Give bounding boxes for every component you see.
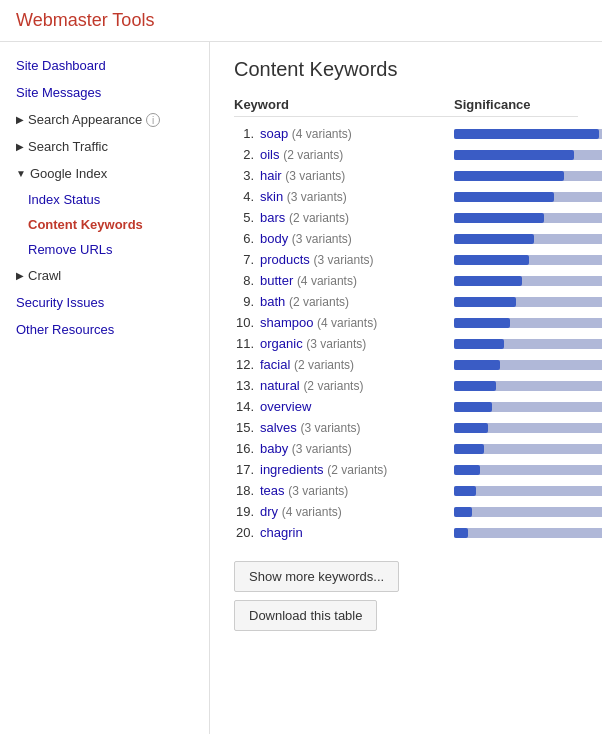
variants-count: (3 variants) xyxy=(314,253,374,267)
bar-wrapper xyxy=(454,171,602,181)
sidebar-item-other-resources[interactable]: Other Resources xyxy=(0,316,209,343)
keyword-link[interactable]: oils xyxy=(260,147,280,162)
bar-wrapper xyxy=(454,297,602,307)
sidebar-section-search-appearance[interactable]: ▶ Search Appearance i xyxy=(0,106,209,133)
significance-bar xyxy=(454,465,602,475)
keyword-link[interactable]: butter xyxy=(260,273,293,288)
keyword-cell[interactable]: ingredients (2 variants) xyxy=(260,462,454,477)
row-number: 13. xyxy=(234,378,260,393)
keyword-link[interactable]: organic xyxy=(260,336,303,351)
keyword-link[interactable]: skin xyxy=(260,189,283,204)
page-title: Content Keywords xyxy=(234,58,578,81)
bar-foreground xyxy=(454,213,544,223)
table-row: 20. chagrin xyxy=(234,522,578,543)
sidebar-sub-remove-urls[interactable]: Remove URLs xyxy=(0,237,209,262)
keyword-link[interactable]: salves xyxy=(260,420,297,435)
row-number: 17. xyxy=(234,462,260,477)
sidebar-section-search-traffic[interactable]: ▶ Search Traffic xyxy=(0,133,209,160)
bar-wrapper xyxy=(454,255,602,265)
keyword-cell[interactable]: overview xyxy=(260,399,454,414)
table-row: 2. oils (2 variants) xyxy=(234,144,578,165)
bar-wrapper xyxy=(454,444,602,454)
col-keyword-header: Keyword xyxy=(234,97,454,112)
keyword-cell[interactable]: hair (3 variants) xyxy=(260,168,454,183)
row-number: 1. xyxy=(234,126,260,141)
keyword-cell[interactable]: facial (2 variants) xyxy=(260,357,454,372)
bar-wrapper xyxy=(454,381,602,391)
keyword-link[interactable]: ingredients xyxy=(260,462,324,477)
keyword-cell[interactable]: natural (2 variants) xyxy=(260,378,454,393)
download-table-button[interactable]: Download this table xyxy=(234,600,377,631)
keyword-cell[interactable]: oils (2 variants) xyxy=(260,147,454,162)
sidebar-section-crawl[interactable]: ▶ Crawl xyxy=(0,262,209,289)
row-number: 15. xyxy=(234,420,260,435)
variants-count: (2 variants) xyxy=(289,295,349,309)
keyword-cell[interactable]: baby (3 variants) xyxy=(260,441,454,456)
variants-count: (3 variants) xyxy=(288,484,348,498)
bar-foreground xyxy=(454,423,488,433)
sidebar-item-security-issues[interactable]: Security Issues xyxy=(0,289,209,316)
bar-wrapper xyxy=(454,318,602,328)
keyword-cell[interactable]: skin (3 variants) xyxy=(260,189,454,204)
table-row: 5. bars (2 variants) xyxy=(234,207,578,228)
keyword-cell[interactable]: chagrin xyxy=(260,525,454,540)
bar-foreground xyxy=(454,444,484,454)
info-icon[interactable]: i xyxy=(146,113,160,127)
keyword-cell[interactable]: shampoo (4 variants) xyxy=(260,315,454,330)
table-row: 15. salves (3 variants) xyxy=(234,417,578,438)
variants-count: (2 variants) xyxy=(327,463,387,477)
keyword-cell[interactable]: butter (4 variants) xyxy=(260,273,454,288)
row-number: 4. xyxy=(234,189,260,204)
bar-wrapper xyxy=(454,339,602,349)
keyword-cell[interactable]: bath (2 variants) xyxy=(260,294,454,309)
keyword-link[interactable]: overview xyxy=(260,399,311,414)
bar-foreground xyxy=(454,255,529,265)
sidebar-item-site-messages[interactable]: Site Messages xyxy=(0,79,209,106)
keyword-link[interactable]: hair xyxy=(260,168,282,183)
sidebar: Site Dashboard Site Messages ▶ Search Ap… xyxy=(0,42,210,734)
keyword-link[interactable]: bars xyxy=(260,210,285,225)
keyword-link[interactable]: soap xyxy=(260,126,288,141)
table-row: 1. soap (4 variants) xyxy=(234,123,578,144)
bar-foreground xyxy=(454,318,510,328)
keyword-cell[interactable]: dry (4 variants) xyxy=(260,504,454,519)
significance-bar xyxy=(454,528,602,538)
keyword-link[interactable]: facial xyxy=(260,357,290,372)
keyword-cell[interactable]: bars (2 variants) xyxy=(260,210,454,225)
keyword-link[interactable]: chagrin xyxy=(260,525,303,540)
keyword-link[interactable]: teas xyxy=(260,483,285,498)
keyword-link[interactable]: dry xyxy=(260,504,278,519)
table-row: 4. skin (3 variants) xyxy=(234,186,578,207)
keyword-cell[interactable]: body (3 variants) xyxy=(260,231,454,246)
sidebar-sub-index-status[interactable]: Index Status xyxy=(0,187,209,212)
keyword-link[interactable]: shampoo xyxy=(260,315,313,330)
table-row: 10. shampoo (4 variants) xyxy=(234,312,578,333)
keyword-cell[interactable]: salves (3 variants) xyxy=(260,420,454,435)
keyword-cell[interactable]: organic (3 variants) xyxy=(260,336,454,351)
bar-foreground xyxy=(454,171,564,181)
bar-foreground xyxy=(454,276,522,286)
keyword-cell[interactable]: products (3 variants) xyxy=(260,252,454,267)
significance-bar xyxy=(454,255,602,265)
chevron-down-icon: ▼ xyxy=(16,168,26,179)
row-number: 7. xyxy=(234,252,260,267)
keyword-cell[interactable]: teas (3 variants) xyxy=(260,483,454,498)
show-more-button[interactable]: Show more keywords... xyxy=(234,561,399,592)
keyword-cell[interactable]: soap (4 variants) xyxy=(260,126,454,141)
keyword-link[interactable]: natural xyxy=(260,378,300,393)
sidebar-label: Search Traffic xyxy=(28,139,108,154)
table-row: 8. butter (4 variants) xyxy=(234,270,578,291)
bar-foreground xyxy=(454,507,472,517)
keyword-link[interactable]: body xyxy=(260,231,288,246)
top-bar: Webmaster Tools xyxy=(0,0,602,42)
keyword-link[interactable]: products xyxy=(260,252,310,267)
keyword-link[interactable]: bath xyxy=(260,294,285,309)
sidebar-label: Other Resources xyxy=(16,322,114,337)
sidebar-sub-content-keywords[interactable]: Content Keywords xyxy=(0,212,209,237)
variants-count: (4 variants) xyxy=(282,505,342,519)
keyword-link[interactable]: baby xyxy=(260,441,288,456)
row-number: 9. xyxy=(234,294,260,309)
sidebar-item-site-dashboard[interactable]: Site Dashboard xyxy=(0,52,209,79)
sidebar-section-google-index[interactable]: ▼ Google Index xyxy=(0,160,209,187)
significance-bar xyxy=(454,402,602,412)
